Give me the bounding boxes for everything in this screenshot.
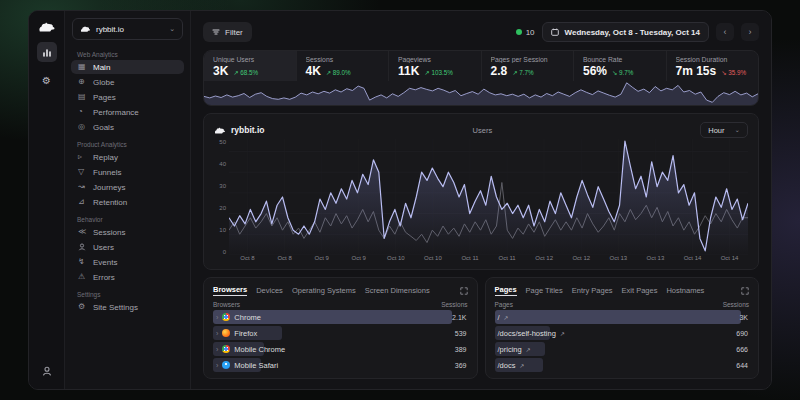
users-chart-card: rybbit.io Users Hour ⌄ 50403020100 Oct 8… xyxy=(203,113,759,270)
gear-icon[interactable]: ⚙ xyxy=(37,70,57,90)
sidebar-item-label: Main xyxy=(93,63,110,72)
rybbit-logo-icon xyxy=(38,20,56,34)
sidebar-item-performance[interactable]: ◔Performance xyxy=(71,105,184,119)
tab-entry-pages[interactable]: Entry Pages xyxy=(572,286,613,295)
granularity-value: Hour xyxy=(708,126,724,135)
section-label: Product Analytics xyxy=(77,141,178,148)
sidebar-item-replay[interactable]: ▹Replay xyxy=(71,150,184,164)
tab-page-titles[interactable]: Page Titles xyxy=(526,286,563,295)
stat-label: Session Duration xyxy=(676,56,750,63)
tab-devices[interactable]: Devices xyxy=(256,286,283,295)
stat-label: Bounce Rate xyxy=(583,56,657,63)
rybbit-logo-icon xyxy=(80,25,91,33)
table-row[interactable]: /docs↗644 xyxy=(495,358,750,372)
chart-metric-label: Users xyxy=(265,126,701,135)
y-tick-label: 30 xyxy=(214,183,226,189)
site-selector[interactable]: rybbit.io ⌄ xyxy=(72,18,183,40)
date-range-label: Wednesday, Oct 8 - Tuesday, Oct 14 xyxy=(565,28,700,37)
filter-button[interactable]: Filter xyxy=(203,22,252,42)
tab-pages[interactable]: Pages xyxy=(495,285,517,296)
sidebar-item-site-settings[interactable]: ⚙Site Settings xyxy=(71,300,184,314)
stat-tile-unique-users[interactable]: Unique Users3K↗ 68.5% xyxy=(204,51,296,81)
firefox-icon xyxy=(222,329,230,337)
sidebar-item-retention[interactable]: ⊿Retention xyxy=(71,195,184,209)
calendar-icon xyxy=(551,28,559,36)
sidebar-item-label: Pages xyxy=(93,93,116,102)
table-row[interactable]: ›Firefox539 xyxy=(213,326,468,340)
bottom-panels: BrowsersDevicesOperating SystemsScreen D… xyxy=(203,277,759,379)
table-row[interactable]: ›Mobile Chrome389 xyxy=(213,342,468,356)
stat-tile-session-duration[interactable]: Session Duration7m 15s↘ 35.9% xyxy=(666,51,759,81)
filter-label: Filter xyxy=(225,28,243,37)
external-link-icon[interactable]: ↗ xyxy=(560,330,565,337)
external-link-icon[interactable]: ↗ xyxy=(526,346,531,353)
table-row[interactable]: ›Chrome2.1K xyxy=(213,310,468,324)
x-tick-label: Oct 11 xyxy=(451,255,488,265)
chevron-down-icon: ⌄ xyxy=(735,126,740,134)
sidebar-item-main[interactable]: ▦Main xyxy=(71,60,184,74)
users-icon xyxy=(78,243,87,251)
live-dot-icon xyxy=(516,29,522,35)
stat-value: 56% xyxy=(583,64,607,78)
sidebar-item-globe[interactable]: ⊕Globe xyxy=(71,75,184,89)
stat-tile-bounce-rate[interactable]: Bounce Rate56%↘ 9.7% xyxy=(573,51,666,81)
x-tick-label: Oct 8 xyxy=(229,255,266,265)
row-label: / xyxy=(498,313,500,322)
external-link-icon[interactable]: ↗ xyxy=(504,314,509,321)
sidebar-item-pages[interactable]: ▤Pages xyxy=(71,90,184,104)
stat-label: Unique Users xyxy=(213,56,287,63)
x-tick-label: Oct 10 xyxy=(414,255,451,265)
browsers-panel: BrowsersDevicesOperating SystemsScreen D… xyxy=(203,277,478,379)
tab-browsers[interactable]: Browsers xyxy=(213,285,247,296)
stat-value-row: 11K↗ 103.5% xyxy=(398,64,472,78)
gauge-icon: ◔ xyxy=(78,108,87,116)
table-row[interactable]: ›Mobile Safari369 xyxy=(213,358,468,372)
rybbit-logo-icon xyxy=(214,126,226,135)
date-prev-button[interactable]: ‹ xyxy=(716,23,734,41)
y-axis: 50403020100 xyxy=(214,139,229,255)
external-link-icon[interactable]: ↗ xyxy=(519,362,524,369)
tab-screen-dimensions[interactable]: Screen Dimensions xyxy=(365,286,430,295)
date-next-button[interactable]: › xyxy=(741,23,759,41)
row-value: 389 xyxy=(455,346,468,353)
tab-operating-systems[interactable]: Operating Systems xyxy=(292,286,356,295)
replay-icon: ▹ xyxy=(78,153,87,161)
table-row[interactable]: /↗3K xyxy=(495,310,750,324)
expand-icon[interactable] xyxy=(741,287,749,295)
granularity-select[interactable]: Hour ⌄ xyxy=(700,122,748,138)
y-tick-label: 50 xyxy=(214,139,226,145)
sidebar-item-sessions[interactable]: ≪Sessions xyxy=(71,225,184,239)
filter-icon xyxy=(212,28,220,36)
sidebar-item-funnels[interactable]: ▽Funnels xyxy=(71,165,184,179)
y-tick-label: 40 xyxy=(214,161,226,167)
stat-tile-pages-per-session[interactable]: Pages per Session2.8↗ 7.7% xyxy=(481,51,574,81)
row-content: /↗ xyxy=(495,313,740,322)
row-label: Firefox xyxy=(234,329,257,338)
stat-tile-sessions[interactable]: Sessions4K↗ 89.0% xyxy=(296,51,389,81)
sidebar-sections: Web Analytics▦Main⊕Globe▤Pages◔Performan… xyxy=(65,44,190,315)
row-label: /docs/self-hosting xyxy=(498,329,556,338)
chevron-right-icon: › xyxy=(216,330,218,337)
tab-exit-pages[interactable]: Exit Pages xyxy=(622,286,658,295)
table-row[interactable]: /pricing↗666 xyxy=(495,342,750,356)
date-range-button[interactable]: Wednesday, Oct 8 - Tuesday, Oct 14 xyxy=(542,22,709,42)
stat-tile-pageviews[interactable]: Pageviews11K↗ 103.5% xyxy=(388,51,481,81)
sidebar-item-errors[interactable]: ⚠Errors xyxy=(71,270,184,284)
section-label: Behavior xyxy=(77,216,178,223)
trend-up-icon: ↗ 68.5% xyxy=(233,69,258,76)
site-selector-label: rybbit.io xyxy=(96,25,124,34)
sidebar-item-journeys[interactable]: ↝Journeys xyxy=(71,180,184,194)
sessions-icon: ≪ xyxy=(78,228,87,236)
sidebar-item-users[interactable]: Users xyxy=(71,240,184,254)
stat-value: 4K xyxy=(306,64,321,78)
app-window: ⚙ rybbit.io ⌄ Web Analytics▦Main⊕Globe▤P… xyxy=(28,10,772,390)
table-row[interactable]: /docs/self-hosting↗690 xyxy=(495,326,750,340)
expand-icon[interactable] xyxy=(460,287,468,295)
stat-label: Pageviews xyxy=(398,56,472,63)
sidebar-item-goals[interactable]: ◎Goals xyxy=(71,120,184,134)
analytics-icon[interactable] xyxy=(37,42,57,62)
user-icon[interactable] xyxy=(37,361,57,381)
topbar-right: 10 Wednesday, Oct 8 - Tuesday, Oct 14 ‹ … xyxy=(516,22,759,42)
sidebar-item-events[interactable]: ↯Events xyxy=(71,255,184,269)
tab-hostnames[interactable]: Hostnames xyxy=(666,286,704,295)
